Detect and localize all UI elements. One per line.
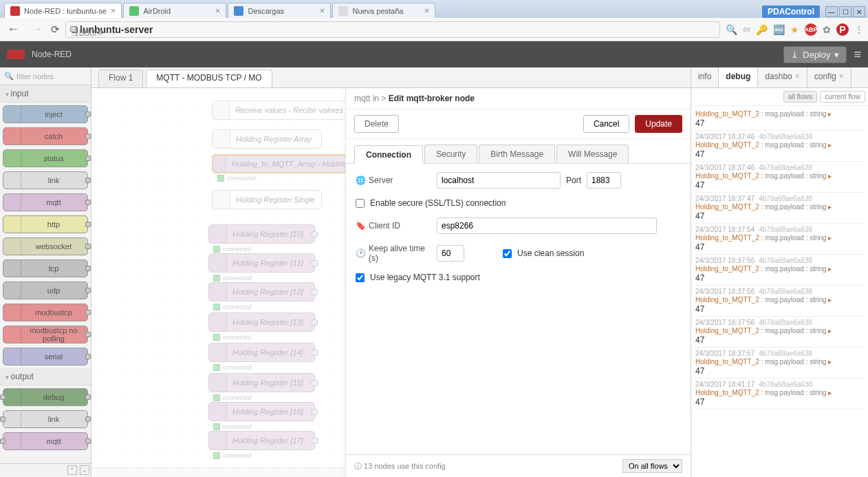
tab-close-icon[interactable]: × — [839, 72, 844, 81]
tab-close-icon[interactable]: × — [795, 72, 800, 81]
tab-close-icon[interactable]: × — [215, 6, 221, 16]
debug-message[interactable]: Holding_to_MQTT_2 : msg.payload : string… — [695, 107, 864, 131]
node-status: connected — [213, 364, 252, 371]
deploy-button[interactable]: ⤓ Deploy ▾ — [783, 46, 847, 63]
puzzle-icon[interactable]: ✿ — [823, 24, 831, 35]
ex-icon[interactable]: ex — [743, 25, 750, 33]
palette-node[interactable]: link — [3, 410, 88, 428]
comment-node[interactable]: Holding Register Array — [212, 129, 322, 149]
palette-node[interactable]: udp — [3, 282, 88, 299]
flow-tab[interactable]: MQTT - MODBUS TCP / MO — [146, 70, 272, 87]
palette-category-output[interactable]: output — [0, 368, 91, 385]
ssl-checkbox[interactable] — [356, 199, 365, 208]
mqtt-in-node[interactable]: Holding Register [14]connected — [208, 343, 315, 362]
tab-title: AirDroid — [143, 7, 210, 15]
palette-node[interactable]: status — [3, 149, 88, 167]
sidebar-tab-info[interactable]: info — [691, 67, 719, 87]
debug-message[interactable]: 24/3/2017 18:37:464b78a68ae6a638Holding_… — [695, 162, 864, 193]
debug-message[interactable]: 24/3/2017 18:37:564b78a68ae6a638Holding_… — [695, 286, 864, 317]
keepalive-input[interactable] — [437, 245, 464, 262]
palette-node-label: mqtt — [24, 198, 83, 206]
browser-tab[interactable]: AirDroid× — [123, 3, 226, 18]
edit-tab[interactable]: Connection — [354, 145, 423, 164]
mqtt-icon — [209, 374, 227, 392]
nav-back-icon[interactable]: ← — [4, 22, 22, 36]
browser-tab[interactable]: Nueva pestaña× — [332, 3, 435, 18]
filter-icon: 🔍 — [4, 72, 14, 81]
browser-tab[interactable]: Node-RED : lunbuntu-se× — [4, 3, 122, 18]
clean-session-checkbox[interactable] — [503, 249, 512, 258]
debug-message[interactable]: 24/3/2017 18:37:464b78a68ae6a638Holding_… — [695, 131, 864, 162]
palette-node[interactable]: serial — [3, 348, 88, 365]
debug-message[interactable]: 24/3/2017 18:37:564b78a68ae6a638Holding_… — [695, 317, 864, 348]
menu-icon[interactable]: ⋮ — [854, 24, 864, 35]
comment-node[interactable]: Receive values - Recibir valores — [212, 100, 349, 120]
translate-icon[interactable]: 🔤 — [773, 24, 785, 35]
debug-message[interactable]: 24/3/2017 18:37:574b78a68ae6a638Holding_… — [695, 348, 864, 379]
edit-tab[interactable]: Will Message — [556, 145, 629, 163]
tab-close-icon[interactable]: × — [424, 6, 430, 16]
debug-message[interactable]: 24/3/2017 18:41:174b78a68ae6a638Holding_… — [695, 379, 864, 410]
palette-node[interactable]: modbustcp — [3, 304, 88, 321]
mqtt-in-node[interactable]: Holding Register [12]connected — [208, 282, 315, 301]
cancel-button[interactable]: Cancel — [583, 115, 629, 133]
sidebar-tab-debug[interactable]: debug — [719, 67, 758, 87]
palette-node[interactable]: http — [3, 215, 88, 233]
key-icon[interactable]: 🔑 — [756, 24, 768, 35]
flow-tab[interactable]: Flow 1 — [98, 70, 143, 87]
palette-filter[interactable]: 🔍 filter nodes — [0, 67, 91, 85]
palette-node[interactable]: tcp — [3, 259, 88, 277]
debug-message[interactable]: 24/3/2017 18:37:474b78a68ae6a638Holding_… — [695, 193, 864, 224]
mqtt-in-node[interactable]: Holding Register [17]connected — [208, 431, 315, 450]
flow-canvas[interactable]: Receive values - Recibir valoresHolding … — [91, 88, 691, 477]
abp-icon[interactable]: ABP — [805, 23, 817, 36]
nav-forward-icon[interactable]: → — [28, 22, 45, 36]
palette-node[interactable]: debug — [3, 388, 88, 406]
reload-icon[interactable]: ⟳ — [51, 23, 60, 36]
address-bar[interactable]: 🗋 lunbuntu-server :1880/# — [65, 21, 720, 38]
window-minimize[interactable]: — — [825, 6, 838, 17]
legacy-checkbox[interactable] — [356, 273, 365, 282]
mqtt-in-node[interactable]: Holding Register [13]connected — [208, 312, 315, 332]
palette-node-label: serial — [24, 352, 83, 361]
palette-node[interactable]: websocket — [3, 237, 88, 255]
window-maximize[interactable]: ☐ — [839, 6, 851, 17]
filter-all-flows[interactable]: all flows — [783, 91, 818, 103]
filter-current-flow[interactable]: current flow — [820, 91, 865, 103]
pinterest-icon[interactable]: P — [836, 23, 849, 36]
edit-tab[interactable]: Security — [424, 145, 477, 163]
palette-category-input[interactable]: input — [0, 85, 91, 103]
palette-collapse-icon[interactable]: ⌃ — [67, 465, 77, 475]
mqtt-in-node[interactable]: Holding Register [15]connected — [208, 373, 315, 392]
edit-tab[interactable]: Birth Message — [479, 145, 555, 163]
tab-close-icon[interactable]: × — [111, 6, 116, 16]
comment-node[interactable]: Holding Register Single — [212, 190, 322, 209]
debug-message[interactable]: 24/3/2017 18:37:564b78a68ae6a638Holding_… — [695, 255, 864, 286]
mqtt-in-node[interactable]: Holding Register [16]connected — [208, 402, 315, 421]
window-close[interactable]: ✕ — [853, 6, 865, 17]
update-button[interactable]: Update — [635, 115, 682, 133]
palette-expand-icon[interactable]: ⌄ — [80, 465, 89, 475]
sidebar-tab-dashbo[interactable]: dashbo× — [758, 67, 807, 87]
tab-close-icon[interactable]: × — [320, 6, 325, 16]
palette-node[interactable]: mqtt — [3, 193, 88, 211]
palette-node[interactable]: inject — [3, 105, 88, 123]
mqtt-in-node[interactable]: Holding Register [11]connected — [208, 253, 315, 273]
delete-button[interactable]: Delete — [354, 115, 399, 133]
star-icon[interactable]: ★ — [790, 24, 799, 35]
port-input[interactable] — [587, 172, 621, 189]
sidebar-tab-config[interactable]: config× — [807, 67, 851, 87]
clientid-input[interactable] — [437, 218, 657, 234]
debug-messages[interactable]: Holding_to_MQTT_2 : msg.payload : string… — [691, 106, 868, 477]
browser-tab[interactable]: Descargas× — [228, 3, 331, 18]
config-scope-select[interactable]: On all flows — [622, 459, 682, 473]
mqtt-in-node[interactable]: Holding Register [10]connected — [208, 224, 315, 244]
hamburger-icon[interactable]: ≡ — [854, 47, 861, 62]
palette-node[interactable]: modbustcp no polling — [3, 326, 88, 343]
palette-node[interactable]: catch — [3, 127, 88, 145]
search-icon[interactable]: 🔍 — [726, 24, 737, 35]
palette-node[interactable]: mqtt — [3, 432, 88, 450]
server-input[interactable] — [437, 172, 561, 189]
debug-message[interactable]: 24/3/2017 18:37:544b78a68ae6a638Holding_… — [695, 224, 864, 255]
palette-node[interactable]: link — [3, 171, 88, 189]
